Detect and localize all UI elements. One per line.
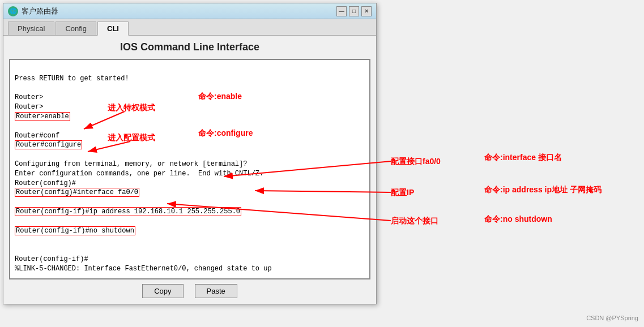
terminal-line: Router#conf bbox=[15, 132, 59, 140]
terminal-line: Router(config-if)# %LINK-5-CHANGED: Inte… bbox=[15, 255, 308, 279]
title-bar: 🌐 客户路由器 — □ ✕ bbox=[3, 3, 376, 19]
copy-button[interactable]: Copy bbox=[142, 284, 183, 298]
annotation-cmd-shutdown: 命令:no shutdown bbox=[484, 214, 552, 223]
minimize-button[interactable]: — bbox=[336, 6, 347, 16]
annotation-config-iface: 配置接口fa0/0 bbox=[391, 157, 441, 166]
maximize-button[interactable]: □ bbox=[349, 6, 359, 16]
paste-button[interactable]: Paste bbox=[195, 284, 237, 298]
terminal-configure-line: Router#configure bbox=[15, 140, 82, 149]
terminal-line: Press RETURN to get started! bbox=[15, 75, 129, 83]
action-buttons: Copy Paste bbox=[9, 284, 370, 298]
main-content: IOS Command Line Interface Press RETURN … bbox=[3, 36, 376, 304]
terminal-line: Router> bbox=[15, 93, 43, 101]
terminal-output[interactable]: Press RETURN to get started! Router> Rou… bbox=[9, 59, 370, 279]
terminal-line: Configuring from terminal, memory, or ne… bbox=[15, 160, 263, 187]
router-window: 🌐 客户路由器 — □ ✕ Physical Config CLI IOS Co… bbox=[3, 3, 377, 304]
annotation-cmd-interface: 命令:interface 接口名 bbox=[484, 153, 562, 162]
terminal-interface-line: Router(config)#interface fa0/0 bbox=[15, 188, 139, 197]
annotation-start-iface: 启动这个接口 bbox=[390, 216, 438, 225]
annotation-config-ip: 配置IP bbox=[391, 188, 414, 197]
window-controls: — □ ✕ bbox=[336, 6, 372, 16]
window-title: 客户路由器 bbox=[22, 6, 333, 16]
close-button[interactable]: ✕ bbox=[361, 6, 372, 16]
terminal-ip-line: Router(config-if)#ip address 192.168.10.… bbox=[15, 207, 241, 216]
tab-config[interactable]: Config bbox=[56, 21, 96, 35]
section-title: IOS Command Line Interface bbox=[9, 41, 370, 53]
terminal-line: Router> bbox=[15, 103, 43, 111]
app-icon: 🌐 bbox=[8, 6, 18, 16]
tab-physical[interactable]: Physical bbox=[8, 21, 54, 35]
annotation-cmd-ip: 命令:ip address ip地址 子网掩码 bbox=[484, 185, 602, 194]
tab-bar: Physical Config CLI bbox=[3, 19, 376, 36]
tab-cli[interactable]: CLI bbox=[97, 21, 129, 36]
watermark: CSDN @PYSpring bbox=[586, 315, 638, 321]
terminal-shutdown-line: Router(config-if)#no shutdown bbox=[15, 226, 135, 235]
terminal-enable-line: Router>enable bbox=[15, 112, 70, 121]
